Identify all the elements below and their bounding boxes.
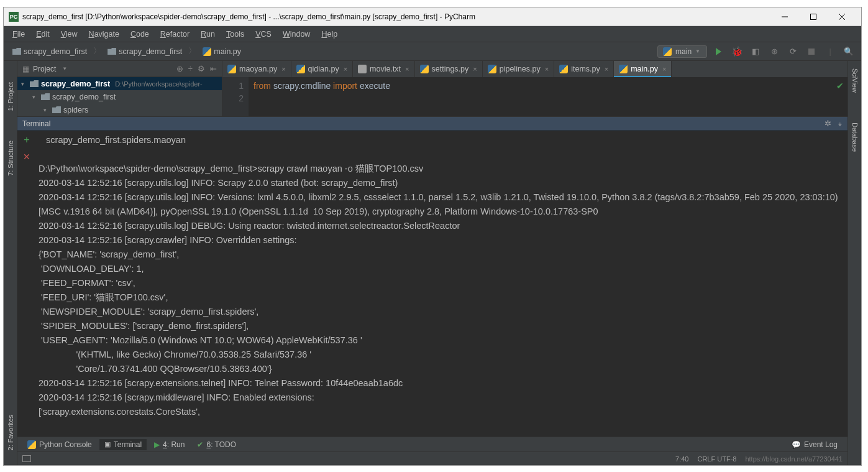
import-name: execute [360, 81, 390, 91]
project-tool-tab[interactable]: 1: Project [6, 80, 16, 113]
chevron-down-icon[interactable]: ▼ [62, 66, 67, 72]
file-encoding: CRLF UTF-8 [697, 455, 736, 463]
terminal-output[interactable]: scrapy_demo_first.spiders.maoyan D:\Pyth… [36, 131, 847, 437]
profile-button[interactable]: ⊛ [767, 44, 782, 59]
close-tab-icon[interactable]: × [405, 65, 409, 73]
close-button[interactable] [828, 8, 856, 25]
menu-help[interactable]: Help [316, 28, 342, 40]
svg-rect-1 [811, 14, 816, 19]
python-icon [27, 440, 36, 449]
python-icon [203, 47, 211, 56]
debug-button[interactable]: 🐞 [729, 44, 744, 59]
breadcrumb-item[interactable]: scrapy_demo_first [104, 46, 186, 57]
play-icon: ▶ [154, 440, 160, 449]
new-session-button[interactable]: + [24, 134, 29, 146]
tree-caret-icon[interactable]: ▾ [43, 107, 50, 113]
breadcrumb-label: scrapy_demo_first [119, 47, 182, 56]
menu-edit[interactable]: Edit [31, 28, 55, 40]
soft-wrap-icon[interactable]: ⍖ [838, 119, 843, 128]
menu-refactor[interactable]: Refactor [155, 28, 194, 40]
close-tab-icon[interactable]: × [281, 65, 285, 73]
menu-window[interactable]: Window [278, 28, 315, 40]
menu-bar: FileEditViewNavigateCodeRefactorRunTools… [4, 26, 861, 42]
editor-tab[interactable]: pipelines.py× [483, 61, 554, 77]
project-panel: ▦ Project ▼ ⊕ ÷ ⚙ ⇤ ▾scrapy_demo_firstD:… [17, 61, 222, 116]
stop-button[interactable] [804, 44, 819, 59]
menu-code[interactable]: Code [126, 28, 154, 40]
terminal-title: Terminal [22, 119, 50, 128]
menu-view[interactable]: View [56, 28, 83, 40]
menu-tools[interactable]: Tools [221, 28, 249, 40]
tree-label: scrapy_demo_first [41, 80, 110, 88]
tree-row[interactable]: ▾spiders [17, 103, 222, 116]
menu-file[interactable]: File [7, 28, 30, 40]
search-button[interactable]: 🔍 [841, 44, 856, 59]
menu-navigate[interactable]: Navigate [84, 28, 124, 40]
editor-tab[interactable]: main.py× [614, 61, 672, 77]
terminal-context-line: scrapy_demo_first.spiders.maoyan [39, 135, 186, 145]
event-log-button[interactable]: 💬 Event Log [787, 439, 843, 450]
bottom-tab-label: Python Console [39, 440, 92, 449]
coverage-button[interactable]: ◧ [748, 44, 763, 59]
gear-icon[interactable]: ✲ [825, 119, 831, 128]
cursor-position: 7:40 [675, 455, 688, 463]
editor-tab[interactable]: settings.py× [415, 61, 483, 77]
editor-tabs: maoyan.py×qidian.py×movie.txt×settings.p… [222, 61, 847, 77]
tree-caret-icon[interactable]: ▾ [21, 81, 27, 87]
close-tab-icon[interactable]: × [473, 65, 477, 73]
editor-tab[interactable]: items.py× [554, 61, 614, 77]
tree-row[interactable]: ▾scrapy_demo_first [17, 90, 222, 103]
tree-row[interactable]: ▾scrapy_demo_firstD:\Python\workspace\sp… [17, 77, 222, 90]
tool-windows-icon[interactable] [22, 455, 31, 462]
project-header: ▦ Project ▼ ⊕ ÷ ⚙ ⇤ [17, 61, 222, 77]
gear-icon[interactable]: ⚙ [198, 64, 205, 73]
close-session-button[interactable]: ✕ [23, 152, 30, 162]
editor-tab[interactable]: maoyan.py× [222, 61, 291, 77]
close-tab-icon[interactable]: × [545, 65, 549, 73]
bottom-tab-terminal[interactable]: ▣Terminal [99, 439, 147, 450]
minimize-button[interactable] [770, 8, 799, 25]
code-area[interactable]: ✔ from scrapy.cmdline import execute [249, 77, 847, 116]
database-tool-tab[interactable]: Database [850, 120, 860, 154]
close-tab-icon[interactable]: × [662, 65, 666, 73]
editor-tab[interactable]: movie.txt× [353, 61, 414, 77]
breadcrumb-item[interactable]: scrapy_demo_first [9, 46, 91, 57]
terminal-icon: ▣ [104, 440, 111, 448]
maximize-button[interactable] [799, 8, 828, 25]
bottom-tab--run[interactable]: ▶4: Run [149, 439, 190, 450]
bottom-tab-label: Terminal [114, 440, 142, 449]
bottom-tab-python-console[interactable]: Python Console [22, 439, 97, 450]
event-log-label: Event Log [804, 440, 838, 449]
tree-label: scrapy_demo_first [52, 93, 116, 101]
module-name: scrapy.cmdline [273, 81, 331, 91]
breadcrumb-item[interactable]: main.py [199, 46, 245, 57]
divide-icon[interactable]: ÷ [188, 64, 193, 73]
close-tab-icon[interactable]: × [605, 65, 608, 73]
run-config-dropdown[interactable]: main ▼ [657, 45, 707, 58]
structure-tool-tab[interactable]: 7: Structure [6, 138, 16, 178]
close-tab-icon[interactable]: × [344, 65, 347, 73]
editor-tab[interactable]: qidian.py× [291, 61, 353, 77]
keyword-import: import [333, 81, 357, 91]
hide-icon[interactable]: ⇤ [210, 64, 217, 73]
run-button[interactable] [711, 44, 726, 59]
python-icon [619, 65, 628, 73]
tab-label: pipelines.py [500, 65, 541, 73]
folder-icon [12, 48, 21, 55]
sciview-tool-tab[interactable]: SciView [850, 66, 860, 95]
nav-bar: scrapy_demo_first〉scrapy_demo_first〉main… [4, 42, 861, 61]
python-icon [663, 47, 672, 56]
project-target-icon: ▦ [22, 65, 29, 73]
menu-vcs[interactable]: VCS [250, 28, 276, 40]
run-config-label: main [675, 47, 692, 56]
tree-path: D:\Python\workspace\spider- [115, 80, 203, 88]
project-tree[interactable]: ▾scrapy_demo_firstD:\Python\workspace\sp… [17, 77, 222, 116]
bottom-tab--todo[interactable]: ✔6: TODO [192, 439, 241, 450]
tree-caret-icon[interactable]: ▾ [32, 94, 39, 100]
python-icon [559, 65, 568, 73]
python-icon [420, 65, 429, 73]
collapse-icon[interactable]: ⊕ [176, 64, 183, 73]
menu-run[interactable]: Run [196, 28, 220, 40]
favorites-tool-tab[interactable]: 2: Favorites [6, 412, 16, 453]
attach-button[interactable]: ⟳ [785, 44, 800, 59]
